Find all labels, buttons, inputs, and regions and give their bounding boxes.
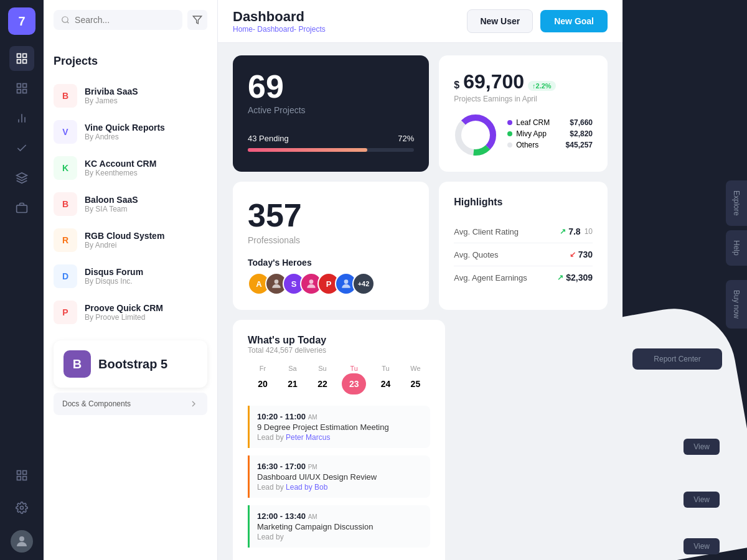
event-ampm-0: AM	[308, 414, 317, 421]
right-placeholder	[455, 320, 608, 560]
project-name-kc: KC Account CRM	[85, 159, 156, 169]
svg-rect-0	[17, 54, 21, 58]
docs-label: Docs & Components	[62, 399, 131, 408]
new-goal-button[interactable]: New Goal	[540, 10, 608, 32]
event-lead-0: Lead by Peter Marcus	[257, 433, 423, 442]
events-list: 10:20 - 11:00 AM 9 Degree Project Estima…	[248, 406, 430, 548]
view-button-2[interactable]: View	[684, 492, 720, 508]
day-num-3: 23	[342, 373, 367, 394]
highlight-label-1: Avg. Quotes	[454, 250, 498, 259]
project-item-proove[interactable]: P Proove Quick CRM By Proove Limited	[54, 294, 207, 330]
donut-row: Leaf CRM Mivy App Others $7,660	[454, 113, 593, 157]
user-avatar[interactable]: 7	[8, 7, 35, 35]
event-ampm-2: AM	[308, 513, 317, 520]
project-item-rgb[interactable]: R RGB Cloud System By Andrei	[54, 222, 207, 258]
projects-list: B Briviba SaaS By James V Vine Quick Rep…	[54, 78, 207, 330]
cal-day-3[interactable]: Tu 23	[342, 365, 367, 396]
dashboard-body: 69 Active Projects 43 Pending 72% $ 69,7…	[218, 43, 622, 560]
project-logo-baloon: B	[54, 192, 77, 216]
earnings-amount: 69,700	[463, 70, 524, 93]
legend-label-others: Others	[516, 141, 538, 149]
cal-day-0[interactable]: Fr 20	[252, 365, 273, 396]
highlight-label-0: Avg. Client Rating	[454, 227, 519, 236]
event-1: 16:30 - 17:00 PM Dashboard UI/UX Design …	[248, 455, 430, 498]
cal-day-5[interactable]: We 25	[405, 365, 426, 396]
search-icon	[61, 15, 70, 25]
svg-point-27	[344, 279, 349, 284]
project-item-vine[interactable]: V Vine Quick Reports By Andres	[54, 114, 207, 150]
project-info-disqus: Disqus Forum By Disqus Inc.	[85, 267, 143, 286]
event-lead-link-1[interactable]: Lead by Bob	[286, 483, 327, 492]
help-tab[interactable]: Help	[726, 230, 747, 266]
sidebar-icon-check[interactable]	[9, 136, 34, 161]
day-num-2: 22	[312, 373, 333, 394]
project-item-kc[interactable]: K KC Account CRM By Keenthemes	[54, 150, 207, 186]
cal-day-1[interactable]: Sa 21	[282, 365, 303, 396]
event-time-0: 10:20 - 11:00 AM	[257, 412, 423, 421]
legend-dot-others	[507, 142, 512, 147]
new-user-button[interactable]: New User	[467, 9, 533, 33]
row-2: 357 Professionals Today's Heroes ASP+42 …	[233, 182, 608, 310]
sidebar-icon-dashboard[interactable]	[9, 46, 34, 71]
bootstrap-icon: B	[63, 350, 91, 378]
legend-label-mivy: Mivy App	[516, 129, 547, 138]
sidebar-icon-widget[interactable]	[9, 463, 34, 488]
project-item-briviba[interactable]: B Briviba SaaS By James	[54, 78, 207, 114]
view-button-1[interactable]: View	[684, 439, 720, 455]
filter-button[interactable]	[187, 10, 207, 30]
sidebar-icon-layers[interactable]	[9, 166, 34, 190]
legend-others: Others	[507, 141, 550, 149]
project-item-baloon[interactable]: B Baloon SaaS By SIA Team	[54, 186, 207, 222]
event-lead-2: Lead by	[257, 533, 423, 541]
user-profile-avatar[interactable]	[11, 530, 33, 553]
svg-rect-15	[17, 477, 21, 480]
right-panel: Explore Help Buy now Report Center View …	[622, 0, 747, 560]
view-btn-2-wrap: View	[684, 492, 720, 508]
trend-down-icon: ↙	[570, 250, 576, 259]
project-by-rgb: By Andrei	[85, 241, 164, 250]
professionals-label: Professionals	[248, 235, 414, 245]
sidebar-icon-briefcase[interactable]	[9, 195, 34, 220]
search-bar[interactable]	[54, 10, 182, 30]
svg-rect-3	[23, 60, 27, 63]
project-by-briviba: By James	[85, 96, 138, 105]
active-projects-label: Active Projects	[248, 105, 414, 115]
report-center-button[interactable]: Report Center	[632, 348, 722, 370]
header-actions: New User New Goal	[467, 9, 608, 33]
cal-day-2[interactable]: Su 22	[312, 365, 333, 396]
sidebar-icon-charts[interactable]	[9, 106, 34, 131]
header-left: Dashboard Home- Dashboard- Projects	[233, 9, 326, 34]
event-0: 10:20 - 11:00 AM 9 Degree Project Estima…	[248, 406, 430, 448]
header: Dashboard Home- Dashboard- Projects New …	[218, 0, 622, 43]
highlights-card: Highlights Avg. Client Rating ↗ 7.810 Av…	[439, 182, 608, 310]
highlight-value-0: ↗ 7.810	[560, 226, 593, 236]
bootstrap-card[interactable]: B Bootstrap 5	[54, 340, 207, 388]
project-item-disqus[interactable]: D Disqus Forum By Disqus Inc.	[54, 258, 207, 294]
event-name-2: Marketing Campaign Discussion	[257, 522, 423, 531]
legend-leaf: Leaf CRM	[507, 118, 550, 127]
buynow-tab[interactable]: Buy now	[726, 280, 747, 329]
search-input[interactable]	[75, 15, 175, 25]
view-button-3[interactable]: View	[684, 538, 720, 554]
project-by-kc: By Keenthemes	[85, 169, 156, 177]
day-name-2: Su	[312, 365, 333, 372]
project-logo-briviba: B	[54, 84, 77, 108]
project-info-proove: Proove Quick CRM By Proove Limited	[85, 303, 163, 322]
event-lead-link-0[interactable]: Peter Marcus	[286, 433, 330, 442]
highlight-row-1: Avg. Quotes ↙ 730	[454, 243, 593, 266]
project-info-rgb: RGB Cloud System By Andrei	[85, 231, 164, 250]
svg-line-20	[67, 22, 69, 24]
sidebar-icon-settings[interactable]	[9, 495, 34, 520]
sidebar-icon-analytics[interactable]	[9, 76, 34, 101]
docs-row[interactable]: Docs & Components	[54, 393, 207, 415]
cal-day-4[interactable]: Tu 24	[375, 365, 396, 396]
legend-val-others: $45,257	[566, 141, 593, 149]
svg-rect-13	[17, 471, 21, 475]
legend-values: $7,660 $2,820 $45,257	[566, 118, 593, 152]
legend-dot-mivy	[507, 131, 512, 136]
svg-rect-5	[23, 84, 27, 88]
explore-tab[interactable]: Explore	[726, 180, 747, 226]
svg-rect-12	[17, 205, 27, 213]
project-name-baloon: Baloon SaaS	[85, 195, 138, 205]
highlight-value-1: ↙ 730	[570, 250, 593, 259]
